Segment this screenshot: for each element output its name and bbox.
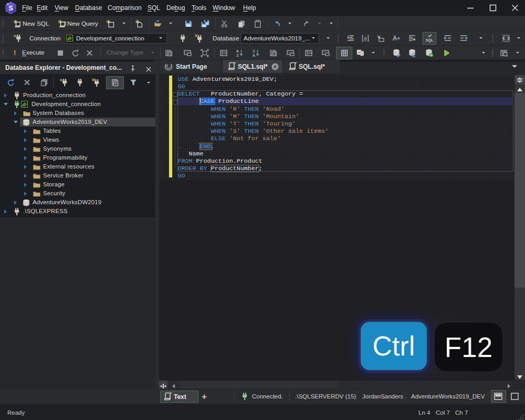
svg-text:@: @: [364, 37, 367, 42]
svg-text:A: A: [253, 53, 256, 57]
svg-text:SQL: SQL: [426, 38, 434, 43]
svg-text:S: S: [8, 4, 13, 12]
svg-text:Z: Z: [236, 53, 239, 57]
svg-text:A: A: [393, 35, 397, 42]
